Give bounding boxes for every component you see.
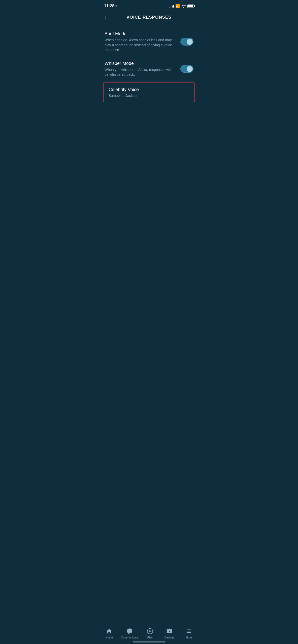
brief-mode-desc: When enabled, Alexa speaks less and may … — [105, 38, 175, 53]
wifi-icon: 📶 — [175, 4, 180, 8]
location-icon: ✈ — [115, 4, 118, 8]
whisper-mode-toggle[interactable] — [180, 65, 193, 73]
battery-icon — [187, 5, 194, 8]
svg-point-0 — [183, 7, 184, 8]
whisper-mode-title: Whisper Mode — [105, 61, 175, 66]
back-button[interactable]: ‹ — [105, 14, 108, 21]
status-time: 11:28 ✈ — [104, 4, 118, 8]
signal-icon — [169, 5, 174, 8]
celebrity-voice-title: Celebrity Voice — [109, 87, 189, 92]
wifi-icon — [182, 5, 186, 8]
whisper-mode-text: Whisper Mode When you whisper to Alexa, … — [105, 61, 180, 77]
toggle-thumb — [187, 39, 193, 45]
brief-mode-text: Brief Mode When enabled, Alexa speaks le… — [105, 31, 180, 53]
page-title: VOICE RESPONSES — [126, 15, 171, 20]
status-bar: 11:28 ✈ 📶 — [100, 0, 198, 11]
toggle-thumb-2 — [187, 66, 193, 72]
whisper-mode-row: Whisper Mode When you whisper to Alexa, … — [100, 57, 198, 81]
celebrity-voice-subtitle: Samuel L. Jackson — [109, 94, 189, 98]
brief-mode-row: Brief Mode When enabled, Alexa speaks le… — [100, 27, 198, 57]
divider-2 — [105, 81, 193, 82]
status-icons: 📶 — [169, 4, 194, 8]
celebrity-voice-row[interactable]: Celebrity Voice Samuel L. Jackson — [103, 83, 195, 102]
page-header: ‹ VOICE RESPONSES — [100, 11, 198, 25]
brief-mode-toggle[interactable] — [180, 38, 193, 46]
brief-mode-title: Brief Mode — [105, 31, 175, 36]
whisper-mode-desc: When you whisper to Alexa, responses wil… — [105, 67, 175, 77]
content-area: Brief Mode When enabled, Alexa speaks le… — [100, 25, 198, 105]
